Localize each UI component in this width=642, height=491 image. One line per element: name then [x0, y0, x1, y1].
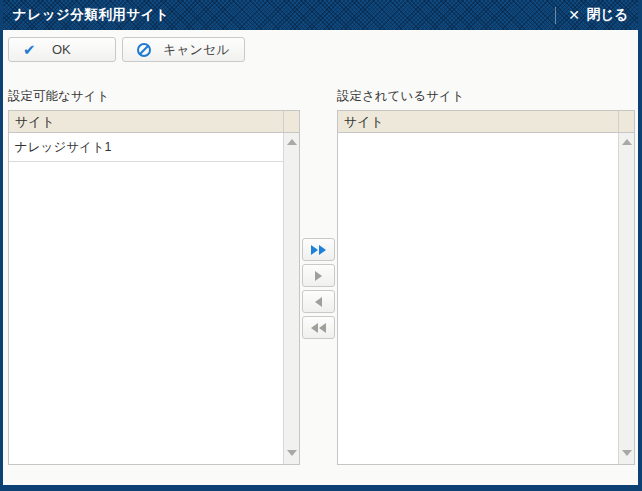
scroll-up-icon [287, 139, 297, 145]
configured-sites-label: 設定されているサイト [337, 88, 635, 105]
left-arrow-icon [315, 297, 322, 307]
close-button-label: 閉じる [587, 6, 628, 24]
ok-button-label: OK [36, 42, 87, 57]
cancel-button-label: キャンセル [163, 41, 230, 59]
configured-sites-header-row: サイト [338, 111, 634, 133]
dialog-window: ナレッジ分類利用サイト ✕ 閉じる ✔ OK キャンセル 設定可能なサイト サイ… [0, 0, 642, 491]
scroll-down-icon [287, 450, 297, 456]
move-left-button[interactable] [302, 290, 335, 313]
available-sites-label: 設定可能なサイト [8, 88, 300, 105]
main-area: 設定可能なサイト サイト ナレッジサイト1 [3, 68, 638, 465]
scroll-up-icon [622, 139, 632, 145]
cancel-button[interactable]: キャンセル [122, 37, 245, 62]
configured-sites-rows [338, 133, 618, 464]
header-scrollbar-cell [283, 111, 299, 132]
move-all-left-button[interactable] [302, 316, 335, 339]
available-sites-column-header: サイト [9, 111, 283, 132]
configured-sites-column-header: サイト [338, 111, 618, 132]
titlebar: ナレッジ分類利用サイト ✕ 閉じる [3, 0, 638, 30]
configured-sites-list: サイト [337, 110, 635, 465]
scroll-up-button[interactable] [622, 139, 632, 147]
titlebar-separator [555, 7, 556, 24]
move-right-button[interactable] [302, 264, 335, 287]
dialog-title: ナレッジ分類利用サイト [13, 6, 555, 24]
double-left-arrow-icon [311, 323, 326, 333]
ok-check-icon: ✔ [23, 42, 36, 57]
toolbar: ✔ OK キャンセル [3, 30, 638, 68]
scroll-up-button[interactable] [287, 139, 297, 147]
close-icon: ✕ [568, 8, 580, 22]
right-arrow-icon [315, 271, 322, 281]
available-sites-rows: ナレッジサイト1 [9, 133, 283, 464]
configured-sites-scrollbar[interactable] [618, 133, 634, 464]
available-sites-scrollbar[interactable] [283, 133, 299, 464]
available-sites-panel: 設定可能なサイト サイト ナレッジサイト1 [8, 68, 300, 465]
transfer-controls [300, 68, 337, 465]
cancel-slash-icon [137, 43, 151, 57]
header-scrollbar-cell [618, 111, 634, 132]
double-right-arrow-icon [311, 245, 326, 255]
available-sites-list: サイト ナレッジサイト1 [8, 110, 300, 465]
scroll-down-icon [622, 450, 632, 456]
scroll-down-button[interactable] [287, 450, 297, 458]
available-sites-header-row: サイト [9, 111, 299, 133]
close-button[interactable]: ✕ 閉じる [568, 6, 628, 24]
scroll-down-button[interactable] [622, 450, 632, 458]
configured-sites-panel: 設定されているサイト サイト [337, 68, 635, 465]
move-all-right-button[interactable] [302, 238, 335, 261]
ok-button[interactable]: ✔ OK [8, 37, 116, 62]
list-item[interactable]: ナレッジサイト1 [9, 133, 283, 162]
